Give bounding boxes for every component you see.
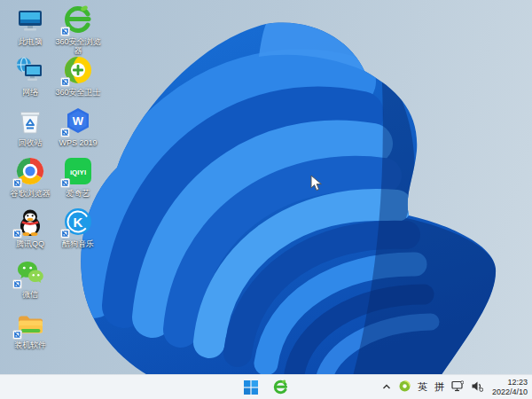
clock-date: 2022/4/10	[492, 387, 528, 397]
svg-text:iQIYI: iQIYI	[70, 168, 86, 176]
shortcut-arrow-icon	[60, 77, 70, 87]
desktop-icon-kugou[interactable]: K 酷狗音乐	[50, 207, 106, 248]
system-tray: 英 拼 12:23 2022/4/10	[381, 375, 528, 399]
desktop-icon-label: 微信	[7, 290, 53, 299]
taskbar-360-browser-button[interactable]	[270, 378, 291, 397]
shortcut-arrow-icon	[12, 229, 22, 239]
desktop-icon-label: 回收站	[7, 138, 53, 147]
shortcut-arrow-icon	[60, 128, 70, 137]
kugou-icon: K	[63, 207, 93, 237]
shortcut-arrow-icon	[60, 27, 70, 36]
shortcut-arrow-icon	[12, 279, 22, 289]
ime-method-indicator[interactable]: 拼	[434, 380, 444, 394]
360-browser-icon	[63, 4, 93, 35]
start-button[interactable]	[240, 378, 262, 397]
clock-time: 12:23	[492, 378, 528, 387]
wps-icon: W	[63, 106, 93, 136]
shortcut-arrow-icon	[60, 229, 70, 239]
this-pc-icon	[15, 4, 45, 35]
recycle-bin-icon	[15, 106, 45, 136]
chrome-icon	[15, 156, 45, 186]
desktop-icon-software-folder[interactable]: 装机软件	[2, 308, 59, 349]
desktop-icon-label: 360安全卫士	[55, 88, 101, 97]
desktop-icon-360-safe[interactable]: 360安全卫士	[50, 55, 106, 97]
desktop-icon-label: WPS 2019	[55, 138, 101, 147]
tray-360-icon[interactable]	[399, 380, 411, 394]
svg-text:W: W	[73, 114, 84, 128]
qq-penguin-icon	[15, 207, 45, 237]
desktop-icon-wps[interactable]: W WPS 2019	[50, 106, 106, 147]
desktop-icon-wechat[interactable]: 微信	[2, 257, 59, 299]
desktop-wallpaper: 此电脑 网络 回收站	[0, 0, 532, 399]
desktop-icon-label: 此电脑	[7, 37, 53, 46]
desktop-icon-label: 酷狗音乐	[55, 239, 101, 248]
360-safe-icon	[63, 55, 93, 85]
shortcut-arrow-icon	[12, 330, 22, 340]
desktop-icon-label: 腾讯QQ	[7, 239, 53, 248]
desktop-icon-360-browser[interactable]: 360安全浏览器	[50, 4, 106, 55]
folder-icon	[15, 308, 45, 338]
360-browser-icon	[273, 379, 288, 395]
taskbar-clock[interactable]: 12:23 2022/4/10	[492, 378, 528, 396]
desktop-icon-label: 谷歌浏览器	[7, 189, 53, 198]
wechat-icon	[15, 257, 45, 287]
network-globe-icon	[15, 55, 45, 85]
desktop-icon-label: 网络	[7, 88, 53, 97]
taskbar-center-icons	[240, 375, 291, 399]
shortcut-arrow-icon	[12, 178, 22, 188]
windows-logo-icon	[244, 380, 258, 395]
desktop-icon-label: 装机软件	[7, 340, 53, 349]
network-icon[interactable]	[451, 380, 464, 394]
hidden-icons-chevron[interactable]	[381, 382, 392, 393]
volume-icon[interactable]	[471, 380, 483, 394]
desktop-icon-iqiyi[interactable]: iQIYI 爱奇艺	[50, 156, 106, 198]
ime-mode-indicator[interactable]: 英	[418, 380, 427, 394]
desktop-icon-label: 360安全浏览器	[55, 37, 101, 55]
desktop-icon-label: 爱奇艺	[55, 189, 101, 198]
shortcut-arrow-icon	[60, 178, 70, 188]
iqiyi-icon: iQIYI	[63, 156, 93, 186]
taskbar: 英 拼 12:23 2022/4/10	[0, 374, 532, 399]
svg-text:K: K	[74, 215, 83, 230]
